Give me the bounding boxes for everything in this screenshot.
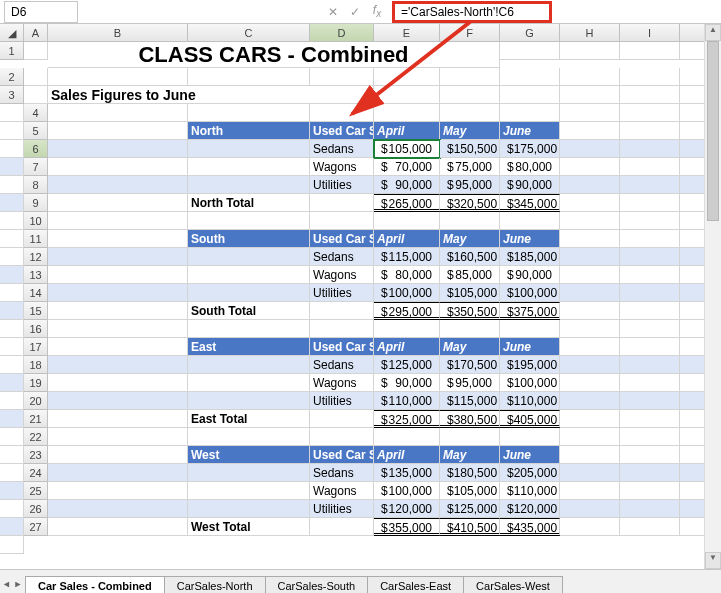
cell[interactable] — [310, 68, 374, 86]
cell[interactable] — [0, 158, 24, 176]
value-cell[interactable]: $90,000 — [500, 176, 560, 194]
cell[interactable] — [48, 500, 188, 518]
cell[interactable] — [620, 122, 680, 140]
value-cell[interactable]: $120,000 — [500, 500, 560, 518]
value-cell[interactable]: $100,000 — [374, 284, 440, 302]
row-header-14[interactable]: 14 — [24, 284, 48, 302]
cell[interactable] — [374, 212, 440, 230]
cell[interactable] — [48, 482, 188, 500]
row-header-22[interactable]: 22 — [24, 428, 48, 446]
cell[interactable] — [48, 284, 188, 302]
value-cell[interactable]: $90,000 — [374, 374, 440, 392]
cell[interactable] — [310, 302, 374, 320]
cell[interactable] — [310, 518, 374, 536]
cell[interactable] — [620, 320, 680, 338]
spreadsheet-grid[interactable]: ◢ABCDEFGHI1CLASS CARS - Combined23Sales … — [0, 24, 721, 554]
cell[interactable] — [188, 68, 310, 86]
cell[interactable] — [500, 104, 560, 122]
cell[interactable] — [48, 194, 188, 212]
cell[interactable] — [0, 500, 24, 518]
value-cell[interactable]: $160,500 — [440, 248, 500, 266]
cell[interactable] — [0, 230, 24, 248]
row-header-9[interactable]: 9 — [24, 194, 48, 212]
cell[interactable] — [48, 266, 188, 284]
cell[interactable] — [0, 266, 24, 284]
cell[interactable] — [560, 302, 620, 320]
value-cell[interactable]: $105,000 — [440, 284, 500, 302]
cell[interactable] — [560, 500, 620, 518]
cell[interactable] — [188, 320, 310, 338]
col-header-H[interactable]: H — [560, 24, 620, 42]
col-header-G[interactable]: G — [500, 24, 560, 42]
cell[interactable] — [188, 374, 310, 392]
cell[interactable] — [620, 194, 680, 212]
cell[interactable] — [0, 212, 24, 230]
row-header-7[interactable]: 7 — [24, 158, 48, 176]
row-header-18[interactable]: 18 — [24, 356, 48, 374]
value-cell[interactable]: $170,500 — [440, 356, 500, 374]
row-header-4[interactable]: 4 — [24, 104, 48, 122]
cell[interactable] — [188, 176, 310, 194]
cell[interactable] — [188, 104, 310, 122]
cell[interactable] — [560, 176, 620, 194]
tab-nav-icons[interactable]: ◄ ► — [2, 579, 22, 589]
value-cell[interactable]: $205,000 — [500, 464, 560, 482]
col-header-F[interactable]: F — [440, 24, 500, 42]
value-cell[interactable]: $85,000 — [440, 266, 500, 284]
cell[interactable] — [620, 356, 680, 374]
cell[interactable] — [374, 68, 440, 86]
cell[interactable] — [48, 302, 188, 320]
cell[interactable] — [24, 42, 48, 60]
value-cell[interactable]: $125,000 — [374, 356, 440, 374]
row-header-12[interactable]: 12 — [24, 248, 48, 266]
value-cell[interactable]: $135,000 — [374, 464, 440, 482]
enter-icon[interactable]: ✓ — [344, 5, 366, 19]
cell[interactable] — [620, 248, 680, 266]
cell[interactable] — [500, 212, 560, 230]
cell[interactable] — [620, 338, 680, 356]
cell[interactable] — [620, 392, 680, 410]
cell[interactable] — [0, 104, 24, 122]
row-header-6[interactable]: 6 — [24, 140, 48, 158]
cell[interactable] — [374, 104, 440, 122]
row-header-13[interactable]: 13 — [24, 266, 48, 284]
cell[interactable] — [188, 212, 310, 230]
cell[interactable] — [310, 194, 374, 212]
cell[interactable] — [560, 194, 620, 212]
cell[interactable] — [440, 104, 500, 122]
cell[interactable] — [560, 464, 620, 482]
select-all[interactable]: ◢ — [0, 24, 24, 42]
fx-icon[interactable]: fx — [366, 3, 388, 19]
value-cell[interactable]: $95,000 — [440, 176, 500, 194]
row-header-11[interactable]: 11 — [24, 230, 48, 248]
cell[interactable] — [0, 356, 24, 374]
cell[interactable] — [440, 320, 500, 338]
value-cell[interactable]: $100,000 — [374, 482, 440, 500]
cell[interactable] — [560, 374, 620, 392]
cell[interactable] — [440, 86, 500, 104]
cell[interactable] — [48, 68, 188, 86]
cell[interactable] — [48, 392, 188, 410]
value-cell[interactable]: $110,000 — [500, 482, 560, 500]
cell[interactable] — [188, 158, 310, 176]
cell[interactable] — [0, 248, 24, 266]
value-cell[interactable]: $110,000 — [500, 392, 560, 410]
row-header-1[interactable]: 1 — [0, 42, 24, 60]
cell[interactable] — [0, 392, 24, 410]
value-cell[interactable]: $125,000 — [440, 500, 500, 518]
cell[interactable] — [48, 104, 188, 122]
cell[interactable] — [560, 410, 620, 428]
cell[interactable] — [560, 392, 620, 410]
cell[interactable] — [0, 374, 24, 392]
cell[interactable] — [500, 428, 560, 446]
cell[interactable] — [48, 140, 188, 158]
col-header-A[interactable]: A — [24, 24, 48, 42]
scroll-thumb[interactable] — [707, 41, 719, 221]
value-cell[interactable]: $95,000 — [440, 374, 500, 392]
cell[interactable] — [374, 86, 440, 104]
cell[interactable] — [48, 518, 188, 536]
cell[interactable] — [48, 464, 188, 482]
cell[interactable] — [48, 158, 188, 176]
cell[interactable] — [48, 338, 188, 356]
sheet-tab[interactable]: CarSales-West — [463, 576, 563, 593]
